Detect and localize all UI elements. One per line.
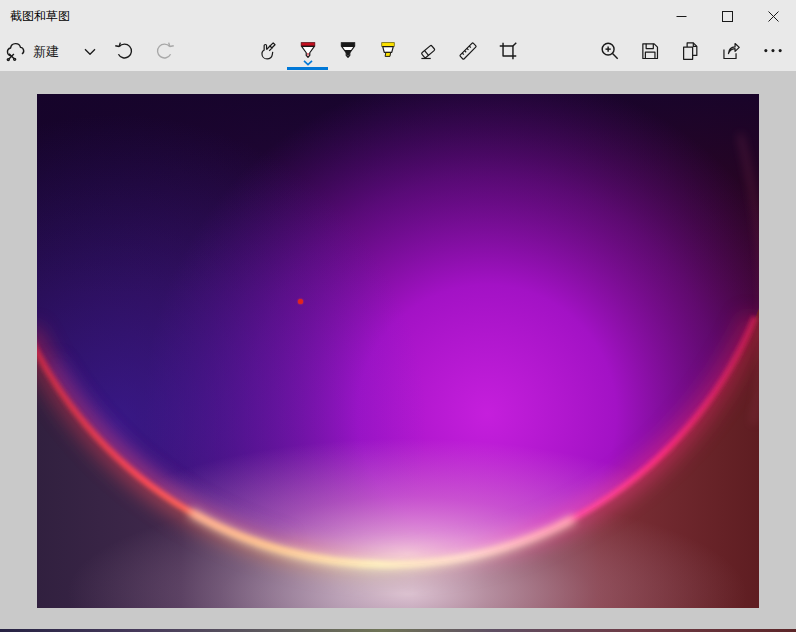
more-button[interactable] [753, 32, 793, 71]
window-title: 截图和草图 [10, 0, 70, 32]
share-button[interactable] [710, 32, 750, 71]
minimize-button[interactable] [658, 0, 704, 32]
crop-icon [497, 40, 519, 62]
toolbar: 新建 [0, 32, 796, 71]
ballpoint-pen-icon [297, 40, 319, 62]
highlighter-icon [377, 40, 399, 62]
snip-image[interactable] [37, 94, 759, 608]
pen-options-chevron [288, 60, 328, 66]
new-snip-cloud-scissors-icon [4, 41, 26, 63]
maximize-icon [722, 11, 733, 22]
share-icon [719, 40, 741, 62]
copy-button[interactable] [670, 32, 710, 71]
ruler-icon [457, 40, 479, 62]
new-snip-dropdown-button[interactable] [78, 32, 102, 71]
zoom-button[interactable] [590, 32, 630, 71]
glow-sphere-wallpaper [37, 94, 759, 608]
more-icon [762, 44, 784, 66]
zoom-icon [599, 40, 621, 62]
eraser-button[interactable] [408, 32, 448, 71]
undo-icon [114, 40, 135, 61]
touch-writing-button[interactable] [248, 32, 288, 71]
minimize-icon [676, 11, 687, 22]
eraser-icon [417, 40, 439, 62]
editing-canvas [0, 71, 796, 629]
titlebar: 截图和草图 [0, 0, 796, 32]
save-button[interactable] [630, 32, 670, 71]
pencil-button[interactable] [328, 32, 368, 71]
ballpoint-pen-button[interactable] [288, 32, 328, 71]
ruler-button[interactable] [448, 32, 488, 71]
chevron-down-icon [84, 48, 96, 56]
close-button[interactable] [750, 0, 796, 32]
red-ink-dot [298, 299, 303, 304]
selected-tool-underline [287, 67, 328, 70]
close-icon [768, 11, 779, 22]
crop-button[interactable] [488, 32, 528, 71]
chevron-down-icon [303, 60, 313, 66]
maximize-button[interactable] [704, 0, 750, 32]
copy-icon [679, 40, 701, 62]
redo-button[interactable] [144, 32, 184, 71]
touch-writing-icon [257, 40, 279, 62]
redo-icon [154, 40, 175, 61]
save-icon [639, 40, 661, 62]
pencil-icon [337, 40, 359, 62]
highlighter-button[interactable] [368, 32, 408, 71]
new-snip-button[interactable]: 新建 [4, 32, 78, 71]
undo-button[interactable] [104, 32, 144, 71]
new-snip-label: 新建 [33, 43, 59, 61]
window-controls [658, 0, 796, 32]
